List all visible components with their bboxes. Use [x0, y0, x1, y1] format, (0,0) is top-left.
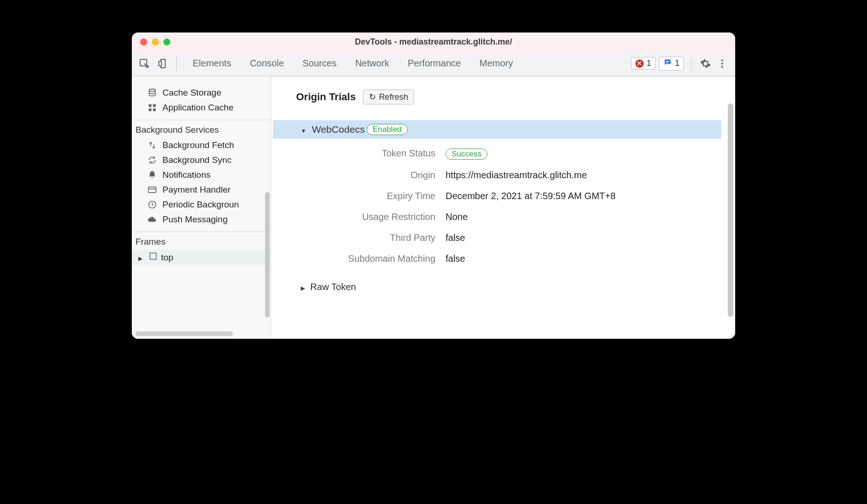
- refresh-label: Refresh: [379, 92, 408, 102]
- raw-token-label: Raw Token: [311, 282, 356, 292]
- origin-value: https://mediastreamtrack.glitch.me: [446, 170, 721, 181]
- toolbar-left: [138, 56, 177, 71]
- database-icon: [148, 88, 158, 97]
- main-panel: Origin Trials ↻ Refresh WebCodecs Enable…: [271, 76, 735, 339]
- svg-rect-3: [666, 61, 670, 62]
- message-icon: [663, 58, 672, 69]
- refresh-button[interactable]: ↻ Refresh: [363, 90, 414, 104]
- svg-rect-13: [149, 187, 156, 193]
- chevron-down-icon: [301, 124, 310, 135]
- cloud-icon: [148, 215, 158, 224]
- device-toggle-icon[interactable]: [157, 58, 169, 70]
- sidebar-label: Background Sync: [162, 155, 232, 165]
- tab-memory[interactable]: Memory: [479, 58, 513, 69]
- svg-rect-15: [150, 253, 156, 259]
- token-status-value: Success: [446, 148, 721, 160]
- sidebar-label: Push Messaging: [162, 214, 227, 225]
- error-badge[interactable]: ✕ 1: [631, 57, 655, 70]
- sidebar-item-background-fetch[interactable]: Background Fetch: [132, 138, 271, 153]
- more-icon[interactable]: [716, 58, 729, 69]
- sidebar-heading-background: Background Services: [132, 120, 271, 138]
- main-header: Origin Trials ↻ Refresh: [296, 90, 721, 104]
- main-heading: Origin Trials: [296, 91, 356, 103]
- trial-status-badge: Enabled: [367, 124, 408, 135]
- sidebar-item-periodic-background[interactable]: Periodic Backgroun: [132, 197, 271, 212]
- trial-details: Token Status Success Origin https://medi…: [296, 148, 721, 264]
- inspect-icon[interactable]: [138, 58, 150, 70]
- svg-rect-12: [153, 109, 156, 111]
- sidebar-item-cache-storage[interactable]: Cache Storage: [132, 85, 271, 100]
- usage-value: None: [446, 212, 721, 222]
- devtools-window: DevTools - mediastreamtrack.glitch.me/ E…: [132, 32, 735, 339]
- svg-rect-11: [149, 109, 152, 111]
- subdomain-label: Subdomain Matching: [296, 253, 435, 264]
- usage-label: Usage Restriction: [296, 212, 435, 222]
- tab-network[interactable]: Network: [355, 58, 389, 69]
- bell-icon: [148, 170, 158, 180]
- titlebar: DevTools - mediastreamtrack.glitch.me/: [132, 32, 735, 51]
- sidebar-h-scrollbar[interactable]: [136, 331, 233, 336]
- toolbar-right: ✕ 1 1: [631, 57, 729, 71]
- zoom-icon[interactable]: [163, 39, 170, 45]
- origin-label: Origin: [296, 170, 435, 181]
- svg-point-7: [721, 66, 723, 68]
- sidebar: Cache Storage Application Cache Backgrou…: [132, 76, 271, 339]
- chevron-right-icon: [138, 252, 145, 263]
- clock-icon: [148, 200, 158, 209]
- tab-console[interactable]: Console: [250, 58, 284, 69]
- divider: [691, 57, 692, 70]
- svg-rect-9: [149, 104, 152, 107]
- body: Cache Storage Application Cache Backgrou…: [132, 76, 735, 339]
- sync-icon: [148, 155, 158, 165]
- chevron-right-icon: [301, 282, 308, 292]
- sidebar-item-application-cache[interactable]: Application Cache: [132, 100, 271, 115]
- expiry-value: December 2, 2021 at 7:59:59 AM GMT+8: [446, 191, 721, 201]
- svg-rect-4: [666, 62, 668, 63]
- sidebar-label: Cache Storage: [162, 88, 221, 98]
- trial-row[interactable]: WebCodecs Enabled: [273, 120, 721, 139]
- token-status-badge: Success: [446, 149, 487, 160]
- sidebar-item-notifications[interactable]: Notifications: [132, 168, 271, 182]
- card-icon: [148, 185, 158, 194]
- sidebar-scrollbar[interactable]: [265, 192, 270, 317]
- refresh-icon: ↻: [369, 92, 376, 102]
- grid-icon: [148, 103, 158, 112]
- trial-name: WebCodecs: [312, 124, 365, 135]
- window-title: DevTools - mediastreamtrack.glitch.me/: [139, 37, 728, 47]
- message-count: 1: [675, 58, 679, 68]
- token-status-label: Token Status: [296, 148, 435, 160]
- frame-label: top: [161, 252, 173, 263]
- third-party-label: Third Party: [296, 233, 435, 243]
- sidebar-label: Notifications: [162, 170, 211, 180]
- gear-icon[interactable]: [699, 58, 712, 69]
- frame-top[interactable]: top: [132, 250, 271, 265]
- close-icon[interactable]: [140, 39, 147, 45]
- sidebar-label: Application Cache: [162, 103, 233, 113]
- main-scrollbar[interactable]: [728, 103, 733, 317]
- svg-point-6: [721, 63, 723, 65]
- third-party-value: false: [446, 233, 721, 243]
- raw-token-row[interactable]: Raw Token: [296, 282, 721, 292]
- sidebar-item-push-messaging[interactable]: Push Messaging: [132, 212, 271, 227]
- expiry-label: Expiry Time: [296, 191, 435, 201]
- sidebar-label: Periodic Backgroun: [162, 200, 239, 210]
- tab-performance[interactable]: Performance: [408, 58, 461, 69]
- sidebar-label: Background Fetch: [162, 140, 234, 150]
- toolbar: Elements Console Sources Network Perform…: [132, 51, 735, 76]
- sidebar-item-background-sync[interactable]: Background Sync: [132, 153, 271, 168]
- sidebar-heading-frames: Frames: [132, 232, 271, 250]
- minimize-icon[interactable]: [152, 39, 159, 45]
- tab-sources[interactable]: Sources: [303, 58, 336, 69]
- error-count: 1: [647, 58, 651, 68]
- frame-icon: [149, 252, 157, 263]
- svg-point-5: [721, 59, 723, 61]
- panel-tabs: Elements Console Sources Network Perform…: [180, 58, 513, 69]
- svg-point-8: [149, 89, 155, 91]
- message-badge[interactable]: 1: [659, 57, 684, 71]
- sidebar-label: Payment Handler: [162, 185, 231, 195]
- subdomain-value: false: [446, 253, 721, 264]
- error-icon: ✕: [635, 59, 644, 68]
- svg-rect-2: [159, 61, 162, 66]
- tab-elements[interactable]: Elements: [193, 58, 231, 69]
- sidebar-item-payment-handler[interactable]: Payment Handler: [132, 182, 271, 197]
